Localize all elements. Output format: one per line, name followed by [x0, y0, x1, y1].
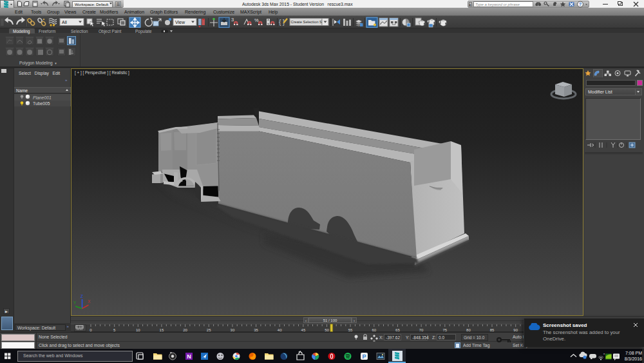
svg-text:40: 40 — [278, 328, 282, 332]
svg-text:N: N — [187, 353, 191, 360]
svg-text:5: 5 — [113, 328, 116, 332]
svg-text:All: All — [62, 20, 67, 25]
svg-text:20: 20 — [183, 328, 187, 332]
svg-text:X: X — [88, 299, 91, 304]
svg-text:3: 3 — [231, 17, 234, 23]
svg-text:%: % — [254, 17, 259, 23]
svg-text:15: 15 — [160, 328, 164, 332]
svg-text:P: P — [362, 353, 366, 360]
svg-text:30: 30 — [231, 328, 235, 332]
svg-text:0: 0 — [90, 328, 92, 332]
svg-text:60: 60 — [372, 328, 376, 332]
svg-text:25: 25 — [207, 328, 211, 332]
svg-text:90: 90 — [513, 328, 518, 332]
svg-text:10: 10 — [136, 328, 140, 332]
svg-text:?: ? — [579, 2, 582, 6]
svg-text:Create Selection Se: Create Selection Se — [291, 20, 325, 24]
svg-text:65: 65 — [395, 328, 400, 332]
svg-text:45: 45 — [301, 328, 306, 332]
svg-text:View: View — [175, 20, 185, 25]
svg-text:Y: Y — [73, 300, 77, 305]
svg-text:75: 75 — [442, 328, 447, 332]
svg-text:55: 55 — [348, 328, 353, 332]
svg-text:70: 70 — [419, 328, 424, 332]
svg-text:Z: Z — [80, 294, 83, 299]
svg-text:35: 35 — [254, 328, 258, 332]
svg-text:*: * — [603, 353, 605, 357]
svg-text:50: 50 — [325, 328, 329, 332]
svg-text:85: 85 — [490, 328, 495, 332]
svg-text:80: 80 — [466, 328, 471, 332]
